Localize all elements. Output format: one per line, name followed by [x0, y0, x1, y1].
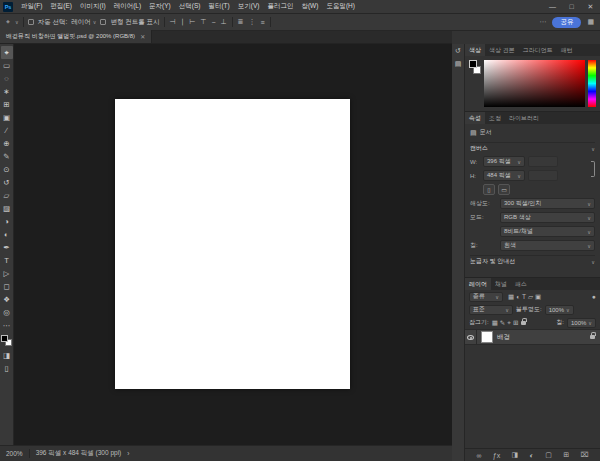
menu-item[interactable]: 창(W) — [297, 2, 322, 11]
canvas-area[interactable] — [14, 44, 452, 445]
frame-tool-icon[interactable]: ▣ — [1, 111, 13, 124]
delete-layer-icon[interactable]: ⌧ — [581, 451, 589, 459]
lock-pixels-icon[interactable]: ✎ — [500, 319, 505, 327]
document-canvas[interactable] — [115, 99, 350, 389]
hue-slider[interactable] — [588, 60, 596, 107]
panel-tab[interactable]: 그라디언트 — [519, 44, 557, 56]
align-top-edges-icon[interactable]: ⊤ — [199, 18, 207, 26]
adjustment-layer-icon[interactable]: ◐ — [530, 452, 534, 459]
panel-tab[interactable]: 레이어 — [465, 278, 491, 290]
layer-filter-dropdown[interactable]: 종류 ∨ — [469, 292, 503, 302]
quick-mask-icon[interactable]: ◨ — [1, 349, 13, 362]
link-layers-icon[interactable]: ∞ — [476, 452, 481, 459]
maximize-button[interactable]: □ — [562, 0, 581, 13]
blend-mode-dropdown[interactable]: 표준 ∨ — [469, 305, 513, 315]
panel-tab[interactable]: 라이브러리 — [505, 112, 543, 124]
move-tool-icon[interactable]: ⌖ — [1, 46, 13, 59]
zoom-level[interactable]: 200% — [6, 450, 23, 457]
lock-all-icon[interactable] — [521, 321, 526, 325]
distribute-spacing-icon[interactable]: ≡ — [259, 19, 265, 26]
rulers-guides-section-header[interactable]: 눈금자 및 안내선 ∨ — [470, 255, 595, 266]
bit-depth-dropdown[interactable]: 8비트/채널 ∨ — [500, 226, 595, 237]
filter-adjustment-layers-icon[interactable]: ◐ — [516, 293, 520, 301]
menu-item[interactable]: 레이어(L) — [110, 2, 145, 11]
edit-toolbar-icon[interactable]: ⋯ — [1, 319, 13, 332]
menu-item[interactable]: 플러그인 — [263, 2, 297, 11]
color-mode-dropdown[interactable]: RGB 색상 ∨ — [500, 212, 595, 223]
history-brush-tool-icon[interactable]: ↺ — [1, 176, 13, 189]
lock-position-icon[interactable]: ⌖ — [507, 319, 511, 327]
align-horizontal-centers-icon[interactable]: ∣ — [180, 18, 186, 26]
menu-item[interactable]: 보기(V) — [234, 2, 264, 11]
history-panel-icon[interactable]: ↺ — [455, 47, 461, 55]
filter-pixel-layers-icon[interactable]: ▦ — [508, 293, 514, 301]
link-dimensions-icon[interactable] — [591, 161, 595, 177]
more-options-icon[interactable]: ⋯ — [538, 18, 547, 26]
quick-selection-tool-icon[interactable]: ∗ — [1, 85, 13, 98]
layer-visibility-cell[interactable] — [465, 329, 477, 345]
filter-type-layers-icon[interactable]: T — [522, 293, 526, 301]
panel-tab[interactable]: 조정 — [485, 112, 505, 124]
blur-tool-icon[interactable]: ◑ — [1, 215, 13, 228]
panel-tab[interactable]: 속성 — [465, 112, 485, 124]
dodge-tool-icon[interactable]: ◐ — [1, 228, 13, 241]
shape-tool-icon[interactable]: ◻ — [1, 280, 13, 293]
filter-smart-objects-icon[interactable]: ▣ — [535, 293, 541, 301]
filter-shape-layers-icon[interactable]: ▱ — [528, 293, 533, 301]
align-bottom-edges-icon[interactable]: ⊥ — [219, 18, 227, 26]
panel-tab[interactable]: 패턴 — [557, 44, 577, 56]
panel-tab[interactable]: 패스 — [511, 278, 531, 290]
align-left-edges-icon[interactable]: ⊣ — [169, 18, 177, 26]
auto-select-target-dropdown[interactable]: 레이어 ∨ — [71, 18, 96, 27]
marquee-tool-icon[interactable]: ▭ — [1, 59, 13, 72]
menu-item[interactable]: 편집(E) — [46, 2, 76, 11]
panel-tab[interactable]: 색상 — [465, 44, 485, 56]
color-saturation-box[interactable] — [484, 60, 585, 107]
lock-transparency-icon[interactable]: ▦ — [492, 319, 498, 327]
distribute-vertical-icon[interactable]: ⋮ — [247, 18, 256, 26]
eyedropper-tool-icon[interactable]: ∕ — [1, 124, 13, 137]
layer-fill-field[interactable]: 100% ∨ — [567, 318, 596, 328]
canvas-section-header[interactable]: 캔버스 ∨ — [470, 142, 595, 153]
crop-tool-icon[interactable]: ⊞ — [1, 98, 13, 111]
landscape-orientation-button[interactable]: ▭ — [498, 184, 510, 195]
share-button[interactable]: 공유 — [552, 17, 581, 28]
panel-tab[interactable]: 채널 — [491, 278, 511, 290]
height-field[interactable]: 484 픽셀 ∨ — [483, 170, 525, 181]
brush-tool-icon[interactable]: ✎ — [1, 150, 13, 163]
gradient-tool-icon[interactable]: ▨ — [1, 202, 13, 215]
filter-toggle-icon[interactable]: ● — [592, 293, 596, 300]
type-tool-icon[interactable]: T — [1, 254, 13, 267]
export-panel-icon[interactable]: ▤ — [455, 60, 462, 68]
menu-item[interactable]: 선택(S) — [175, 2, 205, 11]
chevron-down-icon[interactable]: ∨ — [15, 19, 19, 25]
path-selection-tool-icon[interactable]: ▷ — [1, 267, 13, 280]
clone-stamp-tool-icon[interactable]: ⊙ — [1, 163, 13, 176]
tab-close-icon[interactable]: ✕ — [140, 33, 145, 40]
color-swatches[interactable] — [1, 335, 12, 346]
healing-brush-tool-icon[interactable]: ⊕ — [1, 137, 13, 150]
new-layer-icon[interactable]: ⊞ — [563, 451, 569, 459]
foreground-color-swatch[interactable] — [469, 60, 477, 68]
opacity-field[interactable]: 100% ∨ — [545, 305, 574, 315]
layer-effects-icon[interactable]: ƒx — [493, 452, 500, 459]
menu-item[interactable]: 도움말(H) — [322, 2, 359, 11]
workspace-switcher-icon[interactable]: ▦ — [586, 18, 595, 26]
menu-item[interactable]: 필터(T) — [204, 2, 233, 11]
show-transform-checkbox[interactable] — [100, 19, 106, 25]
portrait-orientation-button[interactable]: ▯ — [483, 184, 495, 195]
align-right-edges-icon[interactable]: ⊢ — [188, 18, 196, 26]
color-swatches[interactable] — [469, 60, 481, 74]
auto-select-checkbox[interactable] — [28, 19, 34, 25]
align-vertical-centers-icon[interactable]: − — [210, 19, 216, 26]
zoom-tool-icon[interactable]: ◎ — [1, 306, 13, 319]
lasso-tool-icon[interactable]: ◌ — [1, 72, 13, 85]
screen-mode-icon[interactable]: ▯ — [1, 362, 13, 375]
status-chevron-icon[interactable]: › — [127, 450, 129, 457]
distribute-horizontal-icon[interactable]: ≣ — [237, 18, 245, 26]
layer-row[interactable]: 배경 — [465, 329, 600, 345]
layer-thumbnail[interactable] — [481, 331, 493, 343]
layer-group-icon[interactable]: ▢ — [545, 451, 552, 459]
resolution-dropdown[interactable]: 300 픽셀/인치 ∨ — [500, 198, 595, 209]
minimize-button[interactable]: — — [543, 0, 562, 13]
